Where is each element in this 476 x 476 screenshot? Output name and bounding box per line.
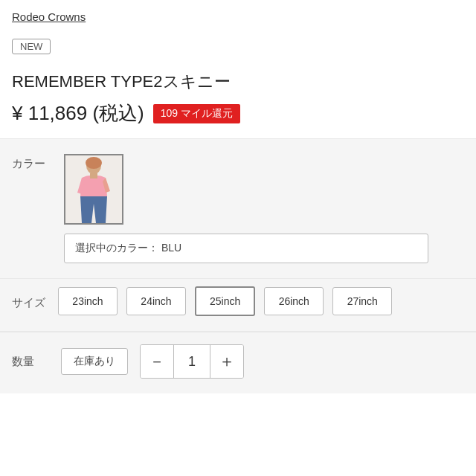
color-row: カラー xyxy=(12,154,464,225)
quantity-value: 1 xyxy=(173,345,210,378)
color-thumbnail[interactable] xyxy=(64,154,123,225)
quantity-plus-button[interactable]: ＋ xyxy=(210,345,243,378)
qty-row: 数量 在庫あり － 1 ＋ xyxy=(12,344,464,379)
size-row: サイズ 23inch 24inch 25inch 26inch 27inch xyxy=(12,286,464,316)
product-title: REMEMBER TYPE2スキニー xyxy=(0,63,476,97)
quantity-label: 数量 xyxy=(12,355,49,369)
brand-link[interactable]: Rodeo Crowns xyxy=(12,10,86,23)
price-text: ¥ 11,869 (税込) xyxy=(12,100,144,126)
quantity-controls: － 1 ＋ xyxy=(140,344,244,379)
selected-color-row: 選択中のカラー： BLU xyxy=(12,234,464,263)
new-badge-area: NEW xyxy=(0,31,476,63)
svg-point-2 xyxy=(86,157,102,169)
color-label: カラー xyxy=(12,154,49,171)
size-btn-26[interactable]: 26inch xyxy=(264,287,324,315)
quantity-section: 数量 在庫あり － 1 ＋ xyxy=(0,332,476,393)
size-section: サイズ 23inch 24inch 25inch 26inch 27inch xyxy=(0,279,476,331)
miles-badge: 109 マイル還元 xyxy=(153,104,240,123)
size-btn-25[interactable]: 25inch xyxy=(195,286,255,316)
svg-rect-3 xyxy=(90,173,97,178)
selected-color-box: 選択中のカラー： BLU xyxy=(64,234,428,263)
new-badge: NEW xyxy=(12,39,51,54)
size-btn-23[interactable]: 23inch xyxy=(58,287,118,315)
header: Rodeo Crowns xyxy=(0,0,476,31)
size-btn-27[interactable]: 27inch xyxy=(332,287,392,315)
size-btn-24[interactable]: 24inch xyxy=(126,287,186,315)
color-section: カラー 選択中のカラー： BLU xyxy=(0,139,476,278)
stock-badge: 在庫あり xyxy=(61,348,128,375)
price-row: ¥ 11,869 (税込) 109 マイル還元 xyxy=(0,97,476,138)
quantity-minus-button[interactable]: － xyxy=(141,345,173,378)
size-label: サイズ xyxy=(12,293,49,310)
